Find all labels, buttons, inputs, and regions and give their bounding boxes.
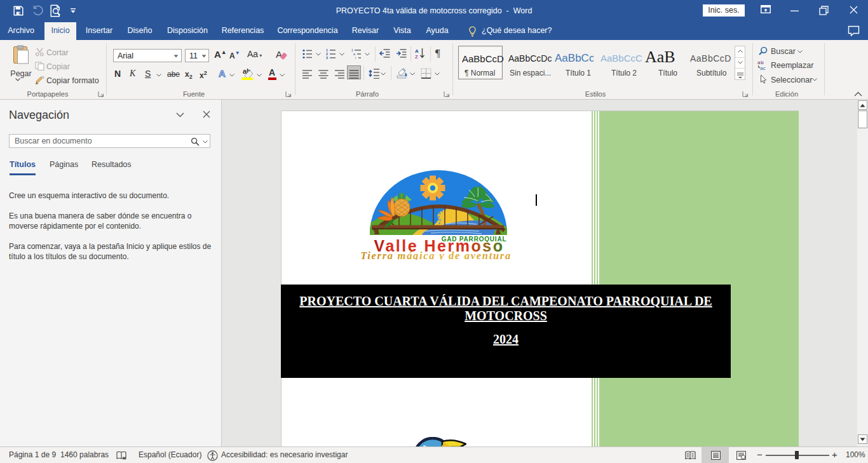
svg-text:3: 3 (326, 56, 328, 59)
svg-text:Z: Z (415, 54, 418, 60)
svg-text:ac: ac (760, 65, 765, 70)
svg-text:A: A (415, 48, 419, 54)
svg-text:Tierra mágica y de aventura: Tierra mágica y de aventura (361, 250, 511, 260)
svg-text:i: i (355, 56, 356, 59)
